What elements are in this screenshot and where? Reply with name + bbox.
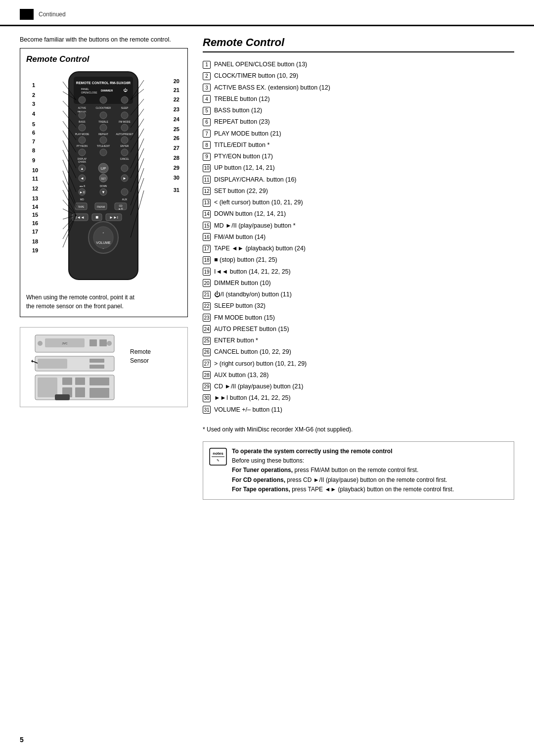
svg-point-16 (121, 112, 128, 119)
svg-text:–: – (103, 247, 104, 250)
list-item: 14DOWN button (12, 14, 21) (203, 209, 514, 219)
right-label-29: 29 (174, 165, 179, 171)
svg-point-28 (121, 137, 128, 143)
device-svg: JVC (25, 332, 124, 402)
svg-point-42 (121, 165, 128, 172)
list-item: 3ACTIVE BASS EX. (extension) button (12) (203, 83, 514, 93)
svg-text:DIMMER: DIMMER (101, 89, 113, 92)
svg-text:I◄◄: I◄◄ (76, 215, 85, 220)
svg-text:SET: SET (101, 177, 106, 180)
svg-text:TITLE/EDIT: TITLE/EDIT (97, 144, 110, 147)
svg-text:CLOCK/TIMER: CLOCK/TIMER (96, 107, 112, 109)
right-label-22: 22 (174, 96, 179, 102)
list-item: 10UP button (12, 14, 21) (203, 163, 514, 173)
notes-tuner-label: For Tuner operations, (232, 467, 293, 473)
svg-text:►/II: ►/II (118, 207, 123, 210)
list-item: 30►►I button (14, 21, 22, 25) (203, 393, 514, 403)
right-title: Remote Control (203, 36, 514, 52)
notes-cd-label: For CD operations, (232, 476, 285, 483)
svg-text:ACTIVE: ACTIVE (78, 107, 86, 109)
svg-text:▲: ▲ (81, 167, 84, 170)
svg-rect-115 (89, 359, 104, 363)
svg-text:FM/AM: FM/AM (97, 205, 105, 208)
svg-text:✎: ✎ (217, 459, 220, 462)
svg-text:UP: UP (100, 166, 106, 171)
svg-point-26 (79, 137, 86, 143)
left-label-19: 19 (32, 247, 38, 253)
list-item: 17TAPE ◄► (playback) button (24) (203, 243, 514, 254)
list-item: 4TREBLE button (12) (203, 94, 514, 104)
svg-text:MD: MD (80, 198, 84, 201)
svg-text:ENTER: ENTER (121, 144, 129, 147)
svg-rect-120 (38, 378, 57, 397)
svg-point-15 (100, 112, 107, 119)
left-label-4: 4 (32, 111, 35, 117)
svg-rect-114 (38, 359, 67, 369)
svg-text:REPEAT: REPEAT (98, 133, 108, 136)
left-label-10: 10 (32, 167, 38, 173)
svg-point-14 (79, 112, 86, 119)
right-label-26: 26 (174, 135, 179, 141)
svg-rect-124 (75, 387, 85, 397)
svg-text:PLAY MODE: PLAY MODE (75, 133, 89, 136)
svg-text:◄►/II: ◄►/II (79, 185, 86, 188)
svg-text:TREBLE: TREBLE (98, 120, 108, 123)
list-item: 7PLAY MODE button (21) (203, 129, 514, 139)
svg-text:PANEL: PANEL (81, 88, 89, 91)
svg-point-21 (100, 124, 107, 131)
left-column: Become familiar with the buttons on the … (20, 36, 188, 500)
svg-point-20 (79, 124, 86, 131)
list-item: 26CANCEL button (10, 22, 29) (203, 347, 514, 357)
header: Continued (0, 0, 534, 26)
svg-rect-111 (89, 339, 97, 346)
left-label-5: 5 (32, 121, 35, 127)
notes-section: * Used only with MiniDisc recorder XM-G6… (203, 425, 514, 500)
svg-text:◄: ◄ (80, 176, 84, 181)
list-item: 9PTY/EON button (17) (203, 151, 514, 162)
svg-text:PTY/EON: PTY/EON (77, 144, 88, 147)
svg-marker-118 (31, 360, 33, 363)
sensor-label: Remote Sensor (130, 347, 151, 365)
remote-control-box: Remote Control 1 2 3 4 5 6 7 8 9 10 11 1… (20, 48, 188, 317)
right-label-27: 27 (174, 145, 179, 151)
notes-box: notes ✎ To operate the system correctly … (203, 441, 514, 500)
button-list: 1PANEL OPEN/CLOSE button (13) 2CLOCK/TIM… (203, 59, 514, 415)
list-item: 22SLEEP button (32) (203, 301, 514, 311)
notes-tape-rest: press TAPE ◄► (playback) button on the r… (290, 486, 454, 493)
svg-rect-116 (89, 365, 104, 369)
header-black-box (20, 9, 34, 20)
list-item: 8TITLE/EDIT button * (203, 140, 514, 150)
list-item: 11DISPLAY/CHARA. button (16) (203, 175, 514, 185)
svg-point-55 (121, 189, 128, 195)
notes-body-before: Before using these buttons: (232, 457, 304, 464)
svg-text:notes: notes (213, 451, 223, 456)
page-number: 5 (20, 736, 24, 744)
svg-text:FM MODE: FM MODE (119, 120, 131, 123)
svg-text:CHARA: CHARA (78, 161, 86, 163)
list-item: 19I◄◄ button (14, 21, 22, 25) (203, 267, 514, 277)
svg-text:CANCEL: CANCEL (120, 158, 130, 160)
left-label-1: 1 (32, 82, 35, 88)
svg-text:AUX: AUX (122, 198, 128, 201)
list-item: 12SET button (22, 29) (203, 186, 514, 196)
list-item: 2CLOCK/TIMER button (10, 29) (203, 71, 514, 81)
svg-text:REMOTE CONTROL RM-SUXG6R: REMOTE CONTROL RM-SUXG6R (76, 81, 131, 85)
right-label-20: 20 (174, 78, 179, 84)
left-label-18: 18 (32, 238, 38, 244)
svg-point-108 (107, 341, 112, 346)
svg-point-9 (121, 96, 128, 103)
list-item: 23FM MODE button (15) (203, 313, 514, 323)
svg-rect-121 (62, 378, 72, 385)
right-label-25: 25 (174, 126, 179, 132)
svg-point-107 (38, 341, 43, 346)
list-item: 21⏻/I (standby/on) button (11) (203, 289, 514, 300)
notes-title: To operate the system correctly using th… (232, 448, 393, 455)
svg-point-8 (100, 96, 107, 103)
list-item: 15MD ►/II (play/pause) button * (203, 221, 514, 231)
svg-point-27 (100, 137, 107, 143)
svg-text:DISPLAY: DISPLAY (78, 158, 87, 160)
list-item: 25ENTER button * (203, 335, 514, 346)
svg-text:AUTO/PRESET: AUTO/PRESET (116, 133, 133, 136)
left-label-2: 2 (32, 92, 35, 98)
list-item: 29CD ►/II (play/pause) button (21) (203, 381, 514, 392)
